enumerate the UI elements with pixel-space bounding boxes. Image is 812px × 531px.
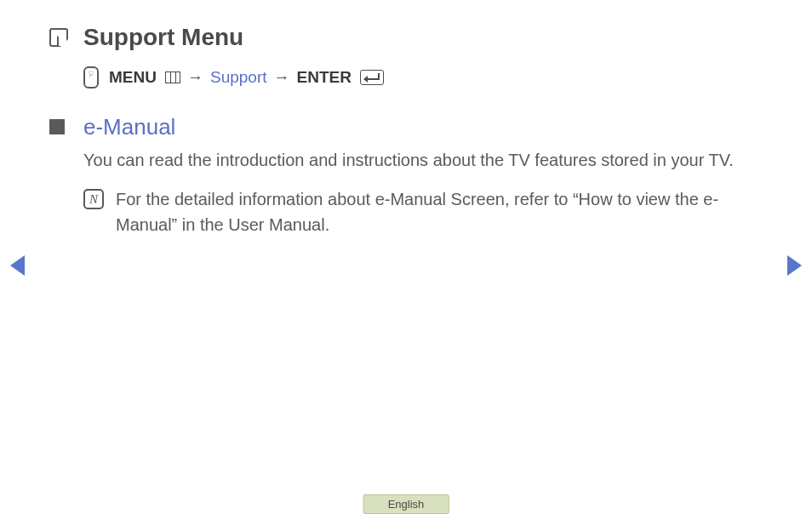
page-title: Support Menu <box>83 24 243 51</box>
breadcrumb-menu: MENU <box>109 68 157 87</box>
section-body: You can read the introduction and instru… <box>83 147 769 173</box>
next-page-button[interactable] <box>787 255 802 276</box>
bookmark-icon <box>49 28 68 47</box>
menu-grid-icon <box>165 71 180 83</box>
language-badge[interactable]: English <box>363 494 449 514</box>
note-text: For the detailed information about e-Man… <box>116 186 769 237</box>
enter-icon <box>360 70 384 85</box>
section-heading: e-Manual <box>83 114 175 140</box>
square-bullet-icon <box>49 119 65 134</box>
note-row: N For the detailed information about e-M… <box>83 186 769 237</box>
breadcrumb-support: Support <box>210 68 267 87</box>
prev-page-button[interactable] <box>10 255 25 276</box>
section-heading-row: e-Manual <box>49 114 769 140</box>
remote-icon: ☟ <box>83 66 99 88</box>
breadcrumb-arrow-2: → <box>274 68 290 87</box>
breadcrumb-enter: ENTER <box>297 68 352 87</box>
title-row: Support Menu <box>49 24 769 51</box>
breadcrumb-arrow-1: → <box>187 68 203 87</box>
note-icon: N <box>83 189 104 209</box>
breadcrumb: ☟ MENU → Support → ENTER <box>83 66 769 88</box>
